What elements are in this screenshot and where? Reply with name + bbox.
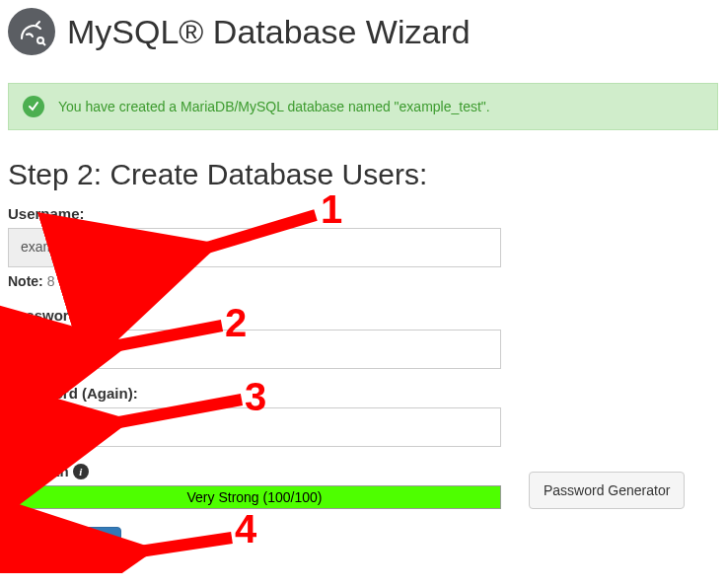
note-text: 8 characters max. [43,273,157,289]
username-note: Note: 8 characters max. [8,273,718,289]
mysql-icon [8,8,55,55]
alert-text: You have created a MariaDB/MySQL databas… [58,99,490,114]
password-again-label: Password (Again): [8,385,718,402]
info-icon[interactable]: i [73,464,89,479]
annotation-4: 4 [235,507,256,551]
password-label: Password: [8,307,718,324]
svg-line-1 [42,42,45,45]
success-alert: You have created a MariaDB/MySQL databas… [8,83,718,130]
strength-meter: Very Strong (100/100) [8,485,501,509]
password-again-input[interactable] [8,407,501,447]
svg-line-5 [133,538,232,552]
page-title: MySQL® Database Wizard [67,13,471,51]
username-input[interactable] [93,228,501,267]
username-prefix: example_ [8,228,93,267]
strength-label-text: Strength [8,463,69,479]
username-label: Username: [8,205,718,222]
note-prefix: Note: [8,273,43,289]
create-user-button[interactable]: Create User [8,527,121,565]
app-header: MySQL® Database Wizard [8,8,718,55]
password-generator-button[interactable]: Password Generator [529,472,685,509]
password-input[interactable] [8,330,501,369]
username-input-group: example_ [8,228,501,267]
strength-label: Strength i [8,463,501,479]
step-heading: Step 2: Create Database Users: [8,158,718,191]
check-icon [23,96,44,117]
